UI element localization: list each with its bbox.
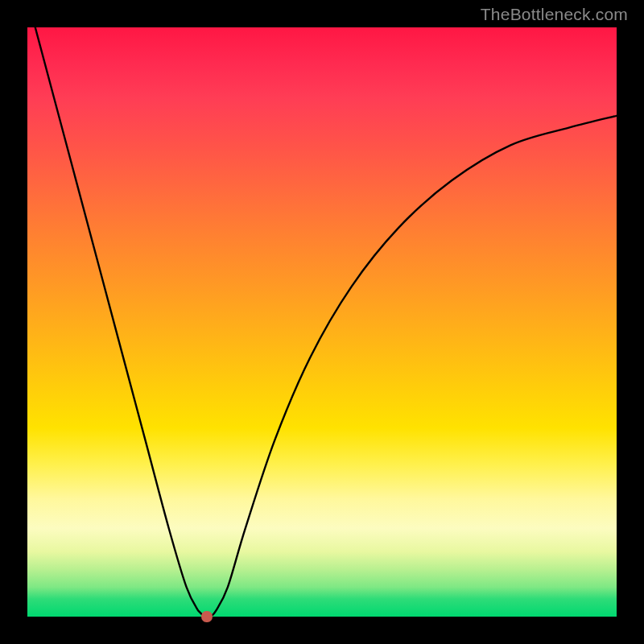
minimum-marker-icon [201,611,213,622]
watermark-text: TheBottleneck.com [481,5,628,24]
plot-area [27,27,617,617]
bottleneck-curve [27,27,617,617]
chart-frame: TheBottleneck.com [0,0,644,644]
